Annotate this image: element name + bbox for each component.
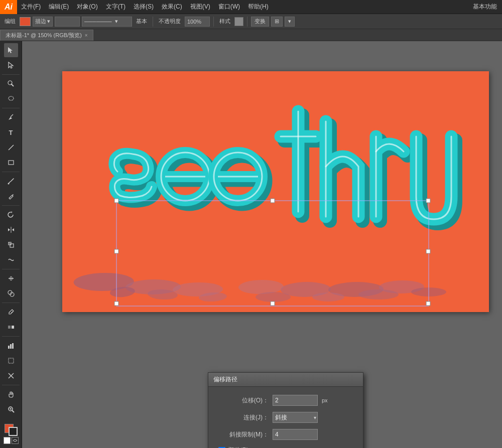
offset-label: 位移(O)： — [218, 396, 269, 405]
handle-tm[interactable] — [271, 199, 275, 203]
svg-point-2 — [9, 96, 14, 100]
handle-tl[interactable] — [114, 199, 118, 203]
tool-sep-4 — [2, 205, 19, 206]
tab-title: 未标题-1* @ 150% (RGB/预览) — [6, 32, 82, 39]
fill-color[interactable] — [20, 17, 31, 26]
sep3 — [247, 17, 247, 27]
pencil-tool[interactable] — [4, 189, 18, 203]
scale-tool[interactable] — [4, 238, 18, 252]
menu-type[interactable]: 文字(T) — [102, 0, 130, 14]
svg-rect-16 — [8, 346, 10, 349]
svg-rect-7 — [10, 244, 14, 247]
transform-btn[interactable]: 变换 — [251, 17, 269, 27]
swap-colors[interactable] — [12, 437, 19, 444]
stroke-preset-label: 基本 — [134, 18, 149, 25]
tool-sep-2 — [2, 108, 19, 108]
offset-unit: px — [322, 397, 328, 403]
default-colors[interactable] — [4, 437, 11, 444]
menu-object[interactable]: 对象(O) — [73, 0, 101, 14]
reflect-tool[interactable] — [4, 223, 18, 237]
opacity-input[interactable] — [185, 17, 210, 27]
workspace-mode[interactable]: 基本功能 — [473, 3, 502, 11]
miter-input[interactable] — [273, 429, 318, 440]
offset-input[interactable] — [273, 395, 318, 406]
rectangle-tool[interactable] — [4, 156, 18, 170]
tool-sep-7 — [2, 336, 19, 337]
menu-select[interactable]: 选择(S) — [130, 0, 158, 14]
ai-logo: Ai — [0, 0, 17, 14]
preview-label: 预览(P) — [228, 446, 248, 448]
dialog-body: 位移(O)： px 连接(J)： 斜接 圆角 斜角 ▾ — [208, 387, 363, 448]
pen-tool[interactable] — [4, 110, 18, 124]
type-tool[interactable]: T — [4, 125, 18, 139]
direct-selection-tool[interactable] — [4, 58, 18, 72]
svg-point-36 — [256, 292, 291, 302]
svg-rect-19 — [9, 358, 14, 363]
artboard — [62, 71, 489, 312]
svg-rect-14 — [8, 326, 11, 329]
tool-sep-6 — [2, 303, 19, 303]
slice-tool[interactable] — [4, 369, 18, 383]
stroke-swatch[interactable] — [9, 427, 18, 436]
describe-dropdown[interactable]: 描边▾ — [33, 17, 53, 27]
menu-view[interactable]: 视图(V) — [186, 0, 214, 14]
svg-line-23 — [12, 410, 14, 412]
artwork — [62, 71, 489, 312]
svg-line-3 — [9, 145, 14, 150]
join-select-wrapper: 斜接 圆角 斜角 ▾ — [273, 412, 318, 423]
handle-mr[interactable] — [426, 249, 430, 253]
left-toolbar: T — [0, 41, 22, 448]
warp-tool[interactable] — [4, 253, 18, 267]
handle-br[interactable] — [426, 302, 430, 306]
tab-bar: 未标题-1* @ 150% (RGB/预览) × — [0, 29, 502, 41]
lasso-tool[interactable] — [4, 92, 18, 106]
handle-bm[interactable] — [271, 302, 275, 306]
handle-bl[interactable] — [114, 302, 118, 306]
sep1 — [153, 17, 153, 27]
svg-point-1 — [8, 81, 12, 85]
canvas-area[interactable]: 偏移路径 位移(O)： px 连接(J)： 斜接 圆角 斜角 — [22, 41, 502, 448]
paintbrush-tool[interactable] — [4, 174, 18, 188]
menu-help[interactable]: 帮助(H) — [244, 0, 273, 14]
miter-label: 斜接限制(M)： — [218, 430, 269, 439]
align-btn[interactable]: ⊞ — [271, 17, 283, 27]
column-graph-tool[interactable] — [4, 339, 18, 353]
toolbar-mode-label: 编组 — [3, 18, 18, 25]
handle-tr[interactable] — [426, 199, 430, 203]
sep2 — [213, 17, 214, 27]
magic-wand-tool[interactable] — [4, 77, 18, 91]
selection-tool[interactable] — [4, 43, 18, 57]
eyedropper-tool[interactable] — [4, 305, 18, 319]
svg-rect-17 — [10, 344, 12, 349]
rotate-tool[interactable] — [4, 208, 18, 222]
tab-close[interactable]: × — [85, 33, 88, 38]
menu-file[interactable]: 文件(F) — [17, 0, 45, 14]
line-tool[interactable] — [4, 140, 18, 155]
svg-rect-4 — [9, 161, 14, 165]
blend-tool[interactable] — [4, 320, 18, 334]
dialog-title[interactable]: 偏移路径 — [208, 373, 363, 387]
shape-builder-tool[interactable] — [4, 286, 18, 301]
hand-tool[interactable] — [4, 387, 18, 401]
describe-input[interactable] — [55, 17, 80, 27]
handle-ml[interactable] — [114, 249, 118, 253]
stroke-preset-dropdown[interactable]: ───────▾ — [82, 17, 132, 27]
width-tool[interactable] — [4, 271, 18, 285]
more-btn[interactable]: ▾ — [285, 17, 295, 27]
join-select[interactable]: 斜接 圆角 斜角 — [273, 412, 318, 423]
menu-effect[interactable]: 效果(C) — [158, 0, 186, 14]
main-area: T — [0, 41, 502, 448]
svg-point-29 — [237, 280, 285, 294]
zoom-tool[interactable] — [4, 402, 18, 416]
style-swatch[interactable] — [234, 17, 243, 26]
svg-rect-15 — [12, 326, 14, 329]
menu-window[interactable]: 窗口(W) — [214, 0, 244, 14]
preview-row: 预览(P) — [218, 446, 353, 448]
menu-edit[interactable]: 编辑(E) — [45, 0, 73, 14]
join-row: 连接(J)： 斜接 圆角 斜角 ▾ — [218, 412, 353, 423]
opacity-label: 不透明度 — [157, 18, 183, 25]
style-label: 样式 — [217, 18, 232, 25]
artboard-tool[interactable] — [4, 354, 18, 368]
tool-sep-8 — [2, 385, 19, 385]
doc-tab[interactable]: 未标题-1* @ 150% (RGB/预览) × — [0, 30, 93, 41]
